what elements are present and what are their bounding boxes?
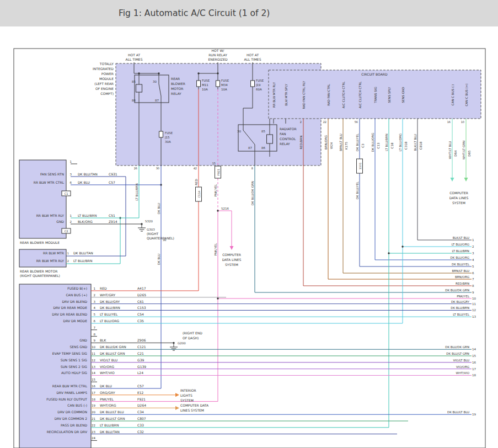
wire-pin-number: 26 — [134, 167, 137, 170]
module-pin-label: DRV PANEL LAMPS — [56, 391, 87, 394]
wire-color-label: PNK/YEL — [214, 184, 217, 197]
junction-dot — [217, 72, 218, 74]
wire-pin-number: 4 — [94, 306, 96, 310]
wire-pin-number: 10 — [92, 345, 95, 349]
wire-color-label: DK BLU/TAN — [100, 430, 120, 434]
module-pin-label: CAN BUS (-) — [67, 403, 87, 407]
system-label: SYSTEM — [225, 263, 238, 266]
wire-pin-number: 16 — [92, 385, 95, 388]
wire-pin-number: 8 — [94, 333, 96, 336]
hot-feed-label: ENERGIZED — [208, 57, 228, 61]
wire-color-label: DK BLU/YEL — [356, 133, 359, 151]
module-pin-label: DRV DR REAR BLEND — [52, 312, 87, 316]
wire-code-label: C21 — [137, 351, 144, 355]
wire-code-label: A417 — [137, 286, 146, 290]
terminal-number: 1 — [472, 238, 474, 242]
wire-pin-number: 20 — [92, 410, 95, 414]
splice-label: S216 — [221, 207, 229, 210]
wire-color-label: BLK/LT BLU — [414, 134, 417, 151]
board-pin-label: A/C CLUTCH CTRL — [358, 81, 362, 109]
tipm-label: TOTALLY — [99, 62, 114, 66]
terminal-color-label: VIO/LT BLU — [453, 359, 469, 362]
relay2-name: RELAY — [280, 142, 290, 146]
motor-caption: (RIGHT QUARTERPANEL) — [20, 274, 60, 278]
wire-color-label: DK BLU/LT GRN — [100, 351, 125, 355]
arrow-down-icon — [464, 178, 468, 182]
wire-color-label: LT BLU/BRN — [78, 214, 97, 217]
wire-color-label: WHT/VIO — [100, 371, 115, 375]
junction-dot — [388, 252, 389, 254]
connector-label: C1 — [65, 192, 68, 195]
system-label: COMPUTER — [222, 253, 241, 257]
wire-pin-number: 16 — [447, 120, 451, 124]
terminal-number: 2 — [472, 245, 474, 248]
ground-location: QUARTERPANEL) — [147, 236, 174, 240]
module-pin-label: RECIRCULATION DR DRV — [47, 430, 88, 434]
wire-color-label: DK BLU/TAN — [78, 172, 98, 176]
terminal-color-label: DK BLU/YEL — [452, 263, 470, 266]
wire-color-label: DK BLU/BRN — [100, 306, 120, 310]
wire-pin-number: 17 — [92, 391, 95, 394]
wire-color-label: BRN/LT BLU — [339, 134, 342, 151]
wire-pin-number: 5 — [94, 313, 96, 316]
terminal-number: 16 — [472, 361, 476, 364]
wire-pin-number: 23 — [92, 430, 95, 434]
junction-dot — [217, 297, 218, 299]
motor-pin-label: RR BLW MTR RLY — [36, 259, 65, 263]
board-pin-label: TRANS SIG — [374, 87, 377, 103]
board-pin-label: RAD FAN CTRL RLY — [302, 81, 306, 109]
relay1-name: RELAY — [171, 92, 181, 95]
wire-color-label: LT BLU/BRN — [73, 259, 92, 263]
wire-code-label: C121 — [137, 345, 146, 349]
terminal-number: 7 — [472, 278, 474, 281]
terminal-number: 17 — [472, 367, 476, 371]
module-pin-label: DRV DR BLEND — [62, 300, 87, 303]
wire-color-label: DK BLU/GRY — [100, 300, 120, 303]
wire-pin-number: 56 — [355, 120, 358, 124]
module-pin-label: DRV DR COMMON 2 — [55, 417, 88, 420]
tipm-label: COMPT) — [100, 92, 114, 95]
relay-pin: 86 — [132, 99, 136, 102]
ground-location: (RIGHT END — [183, 331, 202, 335]
terminal-number: 9 — [472, 291, 474, 294]
terminal-number: 13 — [472, 315, 476, 318]
connector-label: C2 — [65, 230, 68, 233]
system-label: DATA LINES — [449, 196, 469, 200]
wire-pin-number: 11 — [92, 352, 95, 355]
wire-color-label: BRN/ORG — [324, 135, 328, 150]
wire-code-label: E12 — [137, 391, 144, 394]
wire-code-label: Z914 — [109, 220, 117, 223]
relay-pin: 30 — [237, 130, 241, 133]
connector-label: F921 — [217, 169, 220, 175]
module-pin-label: RR BLW MTR CTRL — [34, 180, 65, 184]
terminal-number: 11 — [472, 302, 476, 306]
wire-color-label: WHT/LT BLU — [448, 141, 452, 159]
wire-pin-number: 2 — [70, 220, 72, 223]
fuse-label: J19 — [255, 83, 261, 87]
relay2-name: CONTROL — [280, 137, 296, 141]
fuse-icon — [251, 81, 255, 87]
relay1-name: MOTOR — [171, 87, 183, 90]
junction-dot — [138, 72, 140, 74]
tipm-label: (LEFT REAR — [94, 82, 114, 86]
wire-pin-number: 15 — [92, 378, 95, 381]
ground-name: G303 — [147, 228, 155, 231]
board-pin-label: RAD FAN CTRL — [327, 83, 330, 106]
tipm-label: POWER — [101, 72, 114, 76]
board-pin-label: RR BLW MTR RLY — [272, 82, 276, 108]
module-caption: REAR BLOWER MODULE — [20, 241, 60, 244]
terminal-number: 19 — [472, 413, 476, 416]
wire-code-label: C3 — [361, 143, 365, 148]
terminal-color-label: BRN/ORG — [455, 275, 469, 279]
junction-dot — [173, 342, 174, 344]
motor-caption: REAR BLOWER MOTOR — [20, 269, 57, 273]
wire-pin-number: 24 — [92, 436, 95, 440]
system-label: SYSTEM — [452, 201, 465, 205]
wire-color-label: LT BLU/BRN — [385, 134, 388, 151]
wire-code-label: C61 — [137, 300, 144, 303]
relay1-name: REAR — [171, 77, 180, 81]
fuse-label: M34 — [221, 83, 228, 87]
system-label: LINES SYSTEM — [180, 408, 204, 412]
wire-pin-number: 9 — [94, 339, 96, 342]
wire-color-label: DK BLU — [78, 180, 90, 184]
